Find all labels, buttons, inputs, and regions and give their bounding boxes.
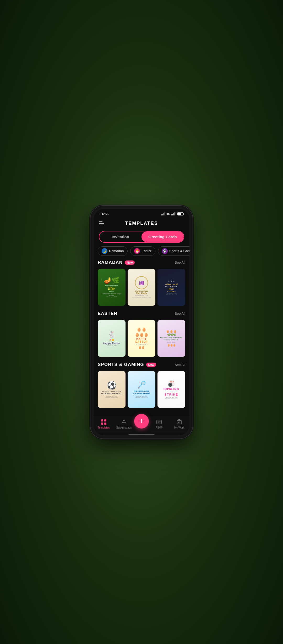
ramadan-section-header: RAMADAN New See All — [98, 260, 185, 265]
chip-sports-icon: ⚽ — [162, 248, 168, 254]
easter-section-header: EASTER See All — [98, 311, 185, 316]
nav-my-work[interactable]: My Work — [169, 419, 190, 429]
nav-rsvp-label: RSVP — [155, 426, 162, 429]
home-indicator — [128, 434, 155, 435]
ramadan-title: RAMADAN — [98, 260, 123, 265]
phone-screen: 14:56 4G — [94, 209, 189, 435]
signal-icon — [161, 212, 165, 215]
chip-easter-icon: 🐣 — [134, 248, 140, 254]
tab-greeting-cards[interactable]: Greeting Cards — [142, 231, 184, 242]
easter-cards-grid: 🐇 🌷🌼 Happy Easter TO ALL OF YOU — [98, 320, 185, 357]
status-bar: 14:56 4G — [94, 209, 189, 217]
ramadan-see-all[interactable]: See All — [175, 260, 185, 264]
my-work-icon — [176, 419, 182, 425]
backgrounds-icon — [121, 419, 127, 425]
templates-icon — [101, 419, 107, 425]
nav-rsvp[interactable]: RSVP — [149, 419, 169, 429]
ramadan-card-2[interactable]: ☪️ RAMADAN KAREEM Iftar Party APRIL 24TH… — [128, 269, 155, 306]
easter-see-all[interactable]: See All — [175, 312, 185, 315]
chip-easter[interactable]: 🐣 Easter — [130, 246, 155, 256]
ramadan-card-1[interactable]: 🪔🌿 RAMADAN KAREEM Iftar PARTY Let the sp… — [98, 269, 126, 306]
fab-plus-icon: + — [139, 417, 144, 425]
nav-backgrounds[interactable]: Backgrounds — [114, 419, 134, 429]
main-scroll[interactable]: TEMPLATES Invitation Greeting Cards 🌙 Ra… — [94, 217, 189, 416]
svg-rect-3 — [104, 423, 106, 425]
page-title: TEMPLATES — [125, 221, 158, 226]
easter-section: EASTER See All 🐇 🌷🌼 Happy Easter TO ALL … — [94, 311, 189, 362]
category-chips: 🌙 Ramadan 🐣 Easter ⚽ Sports & Gaming 😢 S… — [94, 246, 189, 260]
svg-rect-2 — [101, 423, 103, 425]
status-icons: 4G — [161, 212, 183, 215]
ramadan-card-3[interactable]: ★ ★ ★ كريم رمضان CELEBRATION Iftar & GAM… — [157, 269, 185, 306]
ramadan-cards-grid: 🪔🌿 RAMADAN KAREEM Iftar PARTY Let the sp… — [98, 269, 185, 306]
svg-rect-5 — [157, 420, 161, 424]
sports-cards-grid: ⚽ NATIONAL CHAMPIONSHIP LET'S PLAY FOOTB… — [98, 371, 185, 408]
sports-new-badge: New — [146, 363, 156, 367]
ramadan-section: RAMADAN New See All 🪔🌿 RAMADAN KAREEM If… — [94, 260, 189, 311]
sports-card-bowling[interactable]: 🎳 BOWLING ———— STRIKE SATURDAY - AUG 28T… — [157, 371, 185, 408]
chip-sports-gaming[interactable]: ⚽ Sports & Gaming — [158, 246, 189, 256]
ramadan-new-badge: New — [125, 260, 135, 265]
phone-frame: 14:56 4G — [90, 206, 193, 438]
tab-invitation[interactable]: Invitation — [99, 231, 142, 242]
fab-create-button[interactable]: + — [134, 414, 149, 429]
svg-rect-0 — [101, 419, 103, 421]
sports-card-badminton[interactable]: 🏸 BADMINTON CHAMPIONSHIP SATURDAY - AUG … — [128, 371, 155, 408]
nav-templates-label: Templates — [98, 426, 110, 429]
easter-card-3[interactable]: 🥚🥚🥚 🌿🌿🌿 May your Easter be filled with m… — [157, 320, 185, 357]
svg-rect-1 — [104, 419, 106, 421]
easter-card-2[interactable]: 🥚🥚 🥚🥚🥚 HAPPY EASTER TO ADAM'S FAMILY 🥚🥚 — [128, 320, 155, 357]
header: TEMPLATES — [94, 217, 189, 229]
easter-card-1[interactable]: 🐇 🌷🌼 Happy Easter TO ALL OF YOU — [98, 320, 126, 357]
tab-switcher: Invitation Greeting Cards — [99, 231, 184, 243]
menu-button[interactable] — [99, 221, 104, 225]
easter-title: EASTER — [98, 311, 117, 316]
sports-section: SPORTS & GAMING New See All ⚽ NATIONAL C… — [94, 362, 189, 413]
cellular-icon — [171, 212, 176, 215]
sports-see-all[interactable]: See All — [175, 363, 185, 367]
chip-ramadan[interactable]: 🌙 Ramadan — [98, 246, 128, 256]
sports-card-football[interactable]: ⚽ NATIONAL CHAMPIONSHIP LET'S PLAY FOOTB… — [98, 371, 126, 408]
nav-my-work-label: My Work — [174, 426, 184, 429]
nav-templates[interactable]: Templates — [94, 419, 114, 429]
rsvp-icon — [156, 419, 162, 425]
sports-section-header: SPORTS & GAMING New See All — [98, 362, 185, 367]
network-type: 4G — [166, 212, 170, 215]
nav-backgrounds-label: Backgrounds — [116, 426, 132, 429]
battery-icon — [177, 212, 183, 215]
bottom-nav: Templates Backgrounds + — [94, 416, 189, 433]
sports-title: SPORTS & GAMING — [98, 362, 144, 367]
chip-ramadan-icon: 🌙 — [102, 248, 107, 254]
time: 14:56 — [100, 212, 108, 216]
